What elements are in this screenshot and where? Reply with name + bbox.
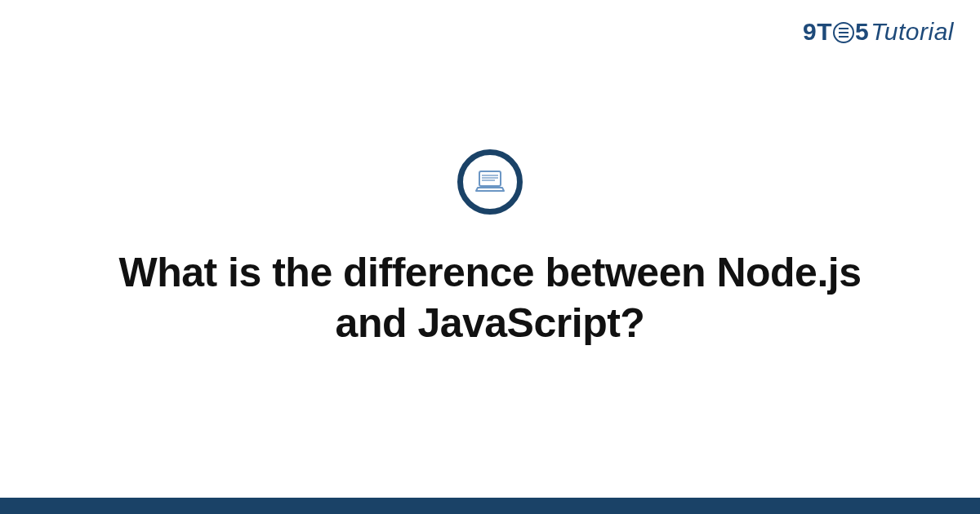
article-title: What is the difference between Node.js a…	[98, 247, 882, 349]
footer-accent-bar	[0, 498, 980, 514]
main-content: What is the difference between Node.js a…	[0, 0, 980, 498]
svg-rect-0	[479, 171, 501, 186]
laptop-icon-circle	[457, 149, 523, 215]
laptop-icon	[472, 164, 508, 200]
